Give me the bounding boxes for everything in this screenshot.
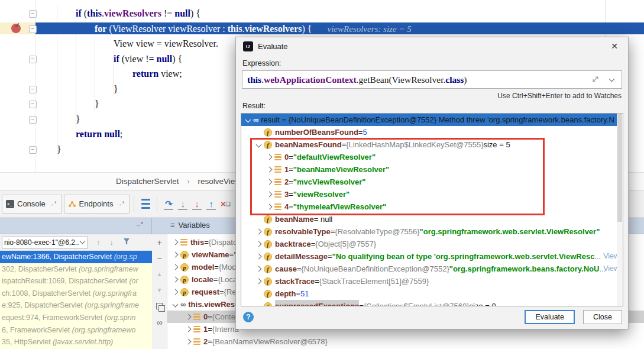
tree-row[interactable]: fstackTrace = {StackTraceElement[51]@755…	[241, 275, 623, 287]
tree-row[interactable]: 4 = "thymeleafViewResolver"	[241, 201, 623, 213]
fold-marker-icon[interactable]: −	[29, 101, 37, 108]
console-icon: ▸_	[6, 200, 14, 208]
tab-console[interactable]: ▸_ Console →*	[2, 195, 62, 214]
drop-frame-icon[interactable]: ×❏	[218, 197, 232, 211]
breadcrumb-class[interactable]: DispatcherServlet	[116, 177, 179, 186]
tree-row[interactable]: fbeanNamesFound = {LinkedHashMap$LinkedK…	[241, 138, 623, 151]
frame-row[interactable]: 35, HttpServlet (javax.servlet.http)	[0, 336, 152, 348]
fold-marker-icon[interactable]: −	[29, 56, 37, 63]
chevron-right-icon[interactable]	[256, 241, 262, 247]
code-text: for (ViewResolver viewResolver : this.vi…	[95, 24, 412, 34]
frame-row[interactable]: ispatchResult:1069, DispatcherServlet (o…	[0, 275, 152, 287]
tree-row[interactable]: fcause = {NoUniqueBeanDefinitionExceptio…	[241, 263, 623, 275]
tree-row[interactable]: fbacktrace = {Object[5]@7557}	[241, 238, 623, 250]
chevron-right-icon[interactable]	[267, 167, 273, 173]
step-into-icon[interactable]: ↓	[176, 197, 190, 211]
text-segment: if	[114, 54, 119, 64]
frame-row[interactable]: ewName:1366, DispatcherServlet (org.sp	[0, 251, 152, 263]
fold-marker-icon[interactable]: −	[29, 10, 37, 18]
text-segment: result = {NoUniqueBeanDefinitionExceptio…	[261, 114, 614, 126]
chevron-right-icon[interactable]	[256, 254, 262, 260]
move-watch-up-icon[interactable]: ▲	[152, 266, 167, 282]
thread-selector[interactable]: nio-8080-exec-1"@6,2...	[2, 237, 88, 248]
move-frame-up-icon[interactable]: ↑	[96, 238, 101, 247]
evaluate-button[interactable]: Evaluate	[525, 310, 575, 324]
chevron-right-icon[interactable]	[256, 279, 262, 285]
frame-row[interactable]: 302, DispatcherServlet (org.springframew	[0, 263, 152, 276]
parameter-icon: p	[180, 288, 189, 296]
chevron-right-icon[interactable]	[173, 240, 179, 245]
chevron-right-icon[interactable]	[173, 252, 179, 258]
text-segment: stackTrace	[275, 275, 315, 287]
chevron-right-icon[interactable]	[173, 289, 179, 295]
tree-row[interactable]: fsuppressedExceptions = {Collections$Emp…	[241, 300, 623, 306]
step-out-icon[interactable]: ↑	[204, 197, 218, 211]
show-watches-icon[interactable]: ∞	[152, 314, 167, 330]
watch-result-icon: ∞	[253, 114, 258, 126]
help-icon[interactable]: ?	[243, 312, 254, 322]
step-over-icon[interactable]: ↷	[161, 197, 176, 211]
array-element-icon	[193, 325, 200, 334]
array-element-icon	[180, 238, 187, 247]
tree-row[interactable]: fdetailMessage = "No qualifying bean of …	[241, 250, 623, 263]
frame-row[interactable]: 6, FrameworkServlet (org.springframewo	[0, 324, 152, 337]
frames-hide-icon[interactable]: →*	[135, 221, 143, 228]
scrollbar-track[interactable]	[617, 114, 623, 306]
filter-icon[interactable]	[123, 238, 130, 247]
tree-row[interactable]: 0 = "defaultViewResolver"	[241, 151, 623, 163]
chevron-right-icon[interactable]	[173, 277, 179, 283]
text-segment: =	[289, 151, 293, 163]
chevron-right-icon[interactable]	[267, 154, 273, 160]
text-segment: 0	[203, 311, 208, 323]
hamburger-menu-icon[interactable]	[138, 197, 153, 211]
chevron-right-icon[interactable]	[186, 339, 192, 345]
close-button[interactable]: Close	[583, 310, 622, 324]
add-watch-icon[interactable]: +	[152, 234, 167, 250]
duplicate-watch-icon[interactable]	[152, 298, 167, 314]
array-element-icon	[193, 313, 200, 321]
chevron-down-icon[interactable]	[245, 117, 251, 123]
tree-row[interactable]: 2 = "mvcViewResolver"	[241, 176, 623, 188]
expand-editor-icon[interactable]	[592, 75, 599, 85]
tab-endpoints[interactable]: Endpoints →*	[64, 195, 130, 214]
breakpoint-icon[interactable]: ✓	[11, 24, 21, 33]
tree-row[interactable]: fdepth = 51	[241, 287, 623, 300]
frame-row[interactable]: e:925, DispatcherServlet (org.springfram…	[0, 299, 152, 312]
fold-marker-icon[interactable]: −	[29, 146, 37, 154]
move-watch-down-icon[interactable]: ▼	[152, 282, 167, 298]
chevron-right-icon[interactable]	[256, 229, 262, 235]
frame-row[interactable]: equest:974, FrameworkServlet (org.sprin	[0, 312, 152, 324]
chevron-right-icon[interactable]	[267, 204, 273, 210]
fold-marker-icon[interactable]: −	[29, 116, 37, 124]
chevron-right-icon[interactable]	[256, 266, 262, 272]
scrollbar-thumb[interactable]	[617, 114, 622, 222]
code-text: }	[57, 144, 62, 154]
frame-row[interactable]: ch:1008, DispatcherServlet (org.springfr…	[0, 287, 152, 300]
close-icon[interactable]: ✕	[608, 40, 621, 52]
tree-row[interactable]: fresolvableType = {ResolvableType@7556} …	[241, 225, 623, 238]
variable-row[interactable]: 2 = {BeanNameViewResolver@6578}	[167, 335, 644, 348]
tree-row[interactable]: ∞result = {NoUniqueBeanDefinitionExcepti…	[241, 114, 623, 126]
text-segment: return	[132, 69, 158, 79]
chevron-right-icon[interactable]	[267, 179, 273, 185]
chevron-right-icon[interactable]	[186, 314, 192, 320]
chevron-right-icon[interactable]	[267, 192, 273, 198]
chevron-down-icon[interactable]	[256, 142, 262, 148]
expression-input[interactable]: this.webApplicationContext.getBean(ViewR…	[242, 70, 622, 89]
chevron-down-icon[interactable]	[609, 76, 615, 82]
tree-row[interactable]: 1 = "beanNameViewResolver"	[241, 163, 623, 176]
text-segment: =	[331, 225, 335, 238]
tree-row[interactable]: fbeanName = null	[241, 213, 623, 225]
chevron-down-icon[interactable]	[173, 302, 179, 308]
tree-row[interactable]: fnumberOfBeansFound = 5	[241, 126, 623, 138]
dialog-title-bar[interactable]: IJ Evaluate	[236, 37, 628, 55]
move-frame-down-icon[interactable]: ↓	[110, 238, 114, 247]
text-segment: this	[87, 8, 102, 18]
force-step-into-icon[interactable]: ↓	[190, 197, 204, 211]
chevron-right-icon[interactable]	[173, 264, 179, 270]
fold-marker-icon[interactable]: −	[29, 25, 37, 33]
remove-watch-icon[interactable]: −	[152, 250, 167, 266]
tree-row[interactable]: 3 = "viewResolver"	[241, 188, 623, 201]
fold-marker-icon[interactable]: −	[29, 86, 37, 93]
chevron-right-icon[interactable]	[186, 327, 192, 332]
